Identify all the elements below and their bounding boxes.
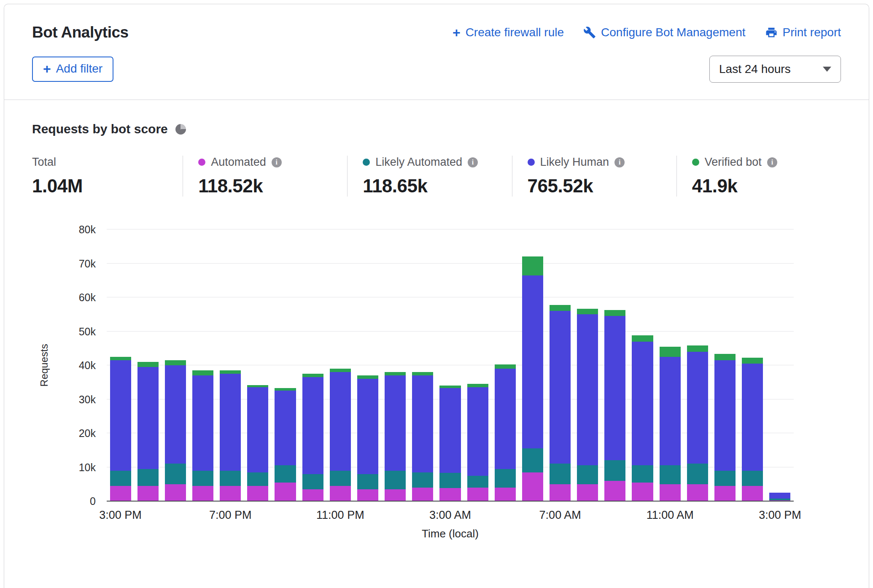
automated-legend-dot [198, 159, 205, 166]
pie-chart-icon[interactable] [175, 124, 186, 135]
bar-segment-verified-bot [577, 309, 598, 315]
bar-segment-automated [577, 484, 598, 501]
bar-segment-likely-human [357, 379, 378, 474]
bar-slot [711, 229, 738, 501]
stat-value: 118.52k [198, 175, 347, 197]
stacked-bar [660, 229, 681, 501]
chart-plot [107, 229, 794, 501]
info-icon[interactable]: i [468, 157, 478, 167]
bar-segment-automated [687, 484, 708, 501]
bar-segment-likely-human [247, 387, 268, 472]
stacked-bar [275, 229, 296, 501]
bar-segment-verified-bot [495, 364, 516, 369]
bar-segment-automated [110, 486, 131, 501]
bar-slot [326, 229, 354, 501]
x-axis-line [107, 501, 794, 502]
add-filter-label: Add filter [56, 62, 103, 76]
bar-segment-likely-human [467, 387, 488, 475]
bar-segment-likely-human [412, 375, 433, 472]
stacked-bar [165, 229, 186, 501]
stacked-bar [467, 229, 488, 501]
bar-slot [574, 229, 601, 501]
x-tick-label: 3:00 PM [99, 509, 142, 522]
info-icon[interactable]: i [767, 157, 777, 167]
stacked-bar [385, 229, 406, 501]
bar-segment-automated [357, 489, 378, 501]
configure-bot-management-link[interactable]: Configure Bot Management [583, 26, 745, 39]
stat-likely-automated: Likely Automated i 118.65k [347, 156, 512, 197]
bar-segment-likely-automated [192, 471, 213, 486]
stacked-bar [577, 229, 598, 501]
bar-segment-likely-automated [660, 465, 681, 484]
bar-segment-likely-automated [687, 464, 708, 484]
info-icon[interactable]: i [272, 157, 282, 167]
stat-likely-human: Likely Human i 765.52k [512, 156, 676, 197]
header: Bot Analytics + Create firewall rule Con… [4, 4, 869, 100]
y-tick-label: 0 [60, 495, 96, 507]
bar-slot [162, 229, 189, 501]
bar-segment-automated [495, 488, 516, 501]
bar-segment-likely-human [769, 493, 790, 499]
bar-segment-likely-human [687, 352, 708, 464]
bar-segment-verified-bot [412, 372, 433, 375]
stacked-bar [330, 229, 351, 501]
bar-segment-likely-automated [604, 460, 625, 480]
bar-slot [766, 229, 794, 501]
stacked-bar [302, 229, 323, 501]
bar-segment-verified-bot [632, 335, 653, 341]
bar-segment-automated [220, 486, 241, 501]
stacked-bar [110, 229, 131, 501]
stacked-bar [632, 229, 653, 501]
y-tick-label: 20k [60, 427, 96, 440]
bar-slot [409, 229, 436, 501]
stacked-bar [687, 229, 708, 501]
x-tick-label: 11:00 AM [647, 509, 694, 522]
bar-slot [436, 229, 464, 501]
chart: Requests Time (local) 010k20k30k40k50k60… [107, 229, 794, 501]
bar-slot [354, 229, 381, 501]
bar-segment-likely-automated [714, 471, 736, 486]
stacked-bar [742, 229, 763, 501]
stat-value: 118.65k [363, 175, 512, 197]
add-filter-button[interactable]: + Add filter [32, 57, 113, 82]
bar-segment-likely-human [660, 357, 681, 466]
bar-slot [601, 229, 629, 501]
x-tick-label: 3:00 AM [429, 509, 471, 522]
stacked-bar [192, 229, 213, 501]
bar-segment-likely-automated [522, 448, 543, 472]
create-firewall-rule-link[interactable]: + Create firewall rule [453, 26, 564, 39]
bar-slot [107, 229, 134, 501]
stat-label: Total [32, 156, 56, 169]
bar-segment-verified-bot [357, 375, 378, 379]
y-tick-label: 80k [60, 224, 96, 236]
bar-segment-verified-bot [220, 370, 241, 374]
bar-segment-automated [522, 472, 543, 501]
bar-slot [189, 229, 216, 501]
bar-segment-likely-human [577, 314, 598, 465]
info-icon[interactable]: i [614, 157, 625, 167]
stacked-bar [247, 229, 268, 501]
print-report-link[interactable]: Print report [765, 26, 841, 39]
bar-segment-automated [192, 486, 213, 501]
bar-segment-verified-bot [330, 369, 351, 372]
bar-segment-likely-human [714, 360, 736, 471]
stacked-bar [714, 229, 736, 501]
bar-segment-likely-human [302, 377, 323, 474]
bar-slot [217, 229, 244, 501]
bar-segment-verified-bot [522, 256, 543, 275]
bar-segment-verified-bot [192, 370, 213, 375]
time-range-value: Last 24 hours [719, 62, 791, 76]
bar-segment-likely-human [110, 360, 131, 471]
bar-segment-verified-bot [550, 305, 571, 311]
bar-segment-automated [275, 483, 296, 501]
bar-slot [684, 229, 711, 501]
bar-segment-automated [550, 484, 571, 501]
bar-segment-automated [714, 486, 736, 501]
likely-automated-legend-dot [363, 159, 370, 166]
bar-segment-likely-automated [577, 465, 598, 484]
stacked-bar [769, 229, 790, 501]
stat-value: 41.9k [692, 175, 841, 197]
bar-segment-automated [439, 488, 461, 501]
bar-segment-likely-automated [385, 471, 406, 489]
time-range-select[interactable]: Last 24 hours [709, 56, 841, 83]
